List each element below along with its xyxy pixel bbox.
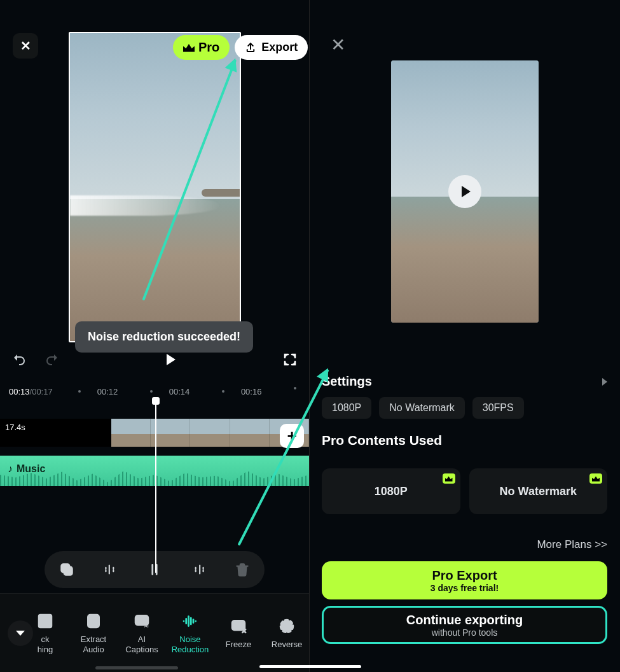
export-preview[interactable] [391, 60, 539, 323]
waveform [0, 467, 309, 486]
tool-reverse[interactable]: Reverse [265, 617, 309, 650]
pro-content-cards: 1080P No Watermark [322, 468, 607, 514]
split-left-icon[interactable] [102, 561, 119, 578]
svg-text:AI: AI [144, 623, 149, 629]
edit-toolbar [45, 551, 265, 588]
crown-badge [443, 473, 455, 484]
playhead[interactable] [155, 401, 156, 573]
clip-track[interactable]: 17.4s [0, 419, 309, 447]
toast-message: Noise reduction succeeded! [75, 321, 253, 353]
clip-duration: 17.4s [5, 423, 25, 432]
chip-watermark[interactable]: No Watermark [379, 397, 465, 419]
tool-ai-captions[interactable]: CCAI AICaptions [120, 612, 164, 654]
close-button[interactable]: ✕ [13, 33, 38, 59]
tool-noise-reduction[interactable]: NoiseReduction [168, 612, 212, 654]
pro-badge[interactable]: Pro [173, 35, 230, 60]
pro-export-button[interactable]: Pro Export 3 days free trial! [322, 561, 607, 599]
pro-contents-heading: Pro Contents Used [322, 433, 442, 448]
preview-land [202, 189, 240, 197]
tool-freeze[interactable]: Freeze [216, 617, 261, 650]
undo-icon[interactable] [11, 352, 27, 367]
time-total: /00:17 [30, 387, 53, 396]
x-icon: ✕ [20, 38, 31, 53]
music-label: ♪ Music [8, 463, 45, 475]
home-indicator [259, 665, 361, 668]
export-label: Export [261, 41, 298, 54]
crown-icon [183, 43, 195, 52]
more-plans-link[interactable]: More Plans >> [537, 538, 607, 551]
editor-panel: ✕ Pro Export Noise reduction succeeded! … [0, 0, 310, 672]
timeline[interactable]: 17.4s + ♪ Music [0, 401, 309, 573]
crown-badge [589, 473, 602, 484]
video-preview[interactable] [69, 32, 241, 342]
svg-rect-1 [61, 564, 69, 572]
continue-export-button[interactable]: Continue exporting without Pro tools [322, 606, 607, 644]
pro-label: Pro [198, 40, 219, 55]
settings-row[interactable]: Settings [322, 374, 607, 389]
redo-icon[interactable] [45, 352, 60, 367]
tool-cut-partial[interactable]: ckhing [23, 612, 67, 654]
tool-extract-audio[interactable]: ExtractAudio [71, 612, 116, 654]
card-1080p[interactable]: 1080P [322, 468, 460, 514]
delete-icon[interactable] [234, 561, 251, 578]
chip-resolution[interactable]: 1080P [322, 397, 371, 419]
top-badge-row: Pro Export [173, 35, 308, 60]
chevron-right-icon [602, 378, 607, 386]
scroll-indicator [95, 666, 178, 669]
play-icon [462, 186, 471, 197]
duplicate-icon[interactable] [59, 561, 75, 578]
time-current: 00:13 [9, 387, 30, 396]
tick-2: 00:16 [241, 387, 262, 396]
music-note-icon: ♪ [8, 463, 13, 475]
settings-chips: 1080P No Watermark 30FPS [322, 397, 524, 419]
split-center-icon[interactable] [146, 561, 163, 578]
preview-sea-r [391, 197, 539, 323]
play-icon[interactable] [167, 354, 176, 365]
fullscreen-icon[interactable] [282, 352, 298, 367]
split-right-icon[interactable] [190, 561, 207, 578]
chip-fps[interactable]: 30FPS [472, 397, 524, 419]
export-icon [245, 42, 256, 53]
tick-0: 00:12 [97, 387, 118, 396]
play-button[interactable] [448, 175, 481, 208]
playback-bar [0, 350, 309, 369]
add-clip-button[interactable]: + [280, 424, 304, 448]
bottom-tool-strip[interactable]: ckhing ExtractAudio CCAI AICaptions Nois… [0, 593, 309, 672]
tick-1: 00:14 [169, 387, 190, 396]
preview-wave [70, 195, 221, 216]
audio-track[interactable]: ♪ Music [0, 456, 309, 486]
card-no-watermark[interactable]: No Watermark [469, 468, 608, 514]
export-button[interactable]: Export [235, 35, 308, 60]
